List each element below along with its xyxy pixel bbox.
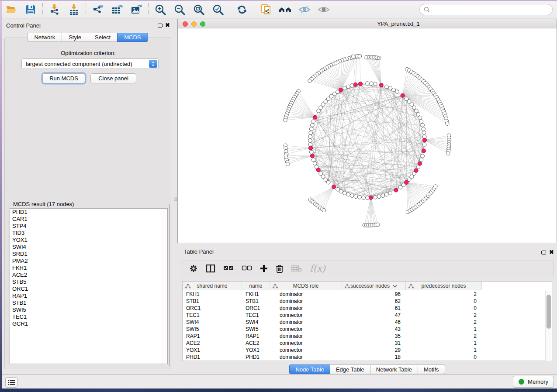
function-builder-button[interactable]: f(x) — [310, 263, 325, 274]
network-frame-titlebar[interactable]: YPA_prune.txt_1 — [178, 19, 557, 28]
table-row[interactable]: SWI4SWI4dominator462 — [183, 319, 552, 326]
node-table: shared namenameMCDS rolesuccessor nodes … — [182, 281, 552, 361]
tab-mcds[interactable]: MCDS — [117, 33, 148, 42]
first-neighbors-icon — [279, 4, 292, 15]
select-all-button[interactable] — [223, 265, 234, 272]
zoom-fit-button[interactable] — [192, 3, 205, 16]
table-row[interactable]: ORC1ORC1dominator610 — [183, 305, 552, 312]
mcds-result-item[interactable]: TID3 — [10, 230, 167, 237]
table-row[interactable]: TEC1TEC1connector472 — [183, 312, 552, 319]
control-panel-float-icon[interactable] — [158, 24, 163, 28]
tab-edge-table[interactable]: Edge Table — [330, 364, 370, 374]
table-panel-float-icon[interactable] — [541, 251, 546, 254]
control-panel-close-icon[interactable]: ✖ — [165, 22, 170, 28]
criterion-dropdown[interactable]: largest connected component (undirected) — [21, 58, 159, 69]
table-row[interactable]: SWI5SWI5connector431 — [183, 326, 552, 333]
tab-select[interactable]: Select — [88, 33, 117, 42]
table-scrollbar-thumb[interactable] — [547, 295, 551, 329]
mcds-result-item[interactable]: STB1 — [10, 299, 167, 306]
column-header-predecessor-nodes[interactable]: predecessor nodes — [406, 282, 482, 290]
column-header-name[interactable]: name — [242, 282, 270, 290]
cell-successor-nodes: 31 — [342, 340, 406, 346]
cell-mcds-role: dominator — [270, 298, 342, 304]
tab-node-table[interactable]: Node Table — [289, 364, 330, 374]
mcds-result-item[interactable]: RAP1 — [10, 292, 167, 299]
mcds-result-item[interactable]: TEC1 — [10, 313, 167, 320]
delete-table-button[interactable] — [291, 265, 302, 272]
mcds-result-item[interactable]: STB5 — [10, 279, 167, 285]
table-row[interactable]: YOX1YOX1connector291 — [183, 347, 552, 354]
tab-network-table[interactable]: Network Table — [370, 364, 418, 374]
show-all-button[interactable] — [317, 3, 330, 16]
mcds-result-item[interactable]: SWI4 — [10, 244, 167, 251]
mcds-result-item[interactable]: YOX1 — [10, 237, 167, 244]
mcds-result-list[interactable]: PHD1CAR1STP4TID3YOX1SWI4SRD1PMA2FKH1ACE2… — [10, 208, 168, 364]
network-view-title: YPA_prune.txt_1 — [344, 21, 453, 27]
first-neighbors-button[interactable] — [279, 3, 292, 16]
vertical-splitter[interactable] — [173, 19, 177, 374]
toolbar-separator — [42, 3, 43, 16]
function-icon: f(x) — [310, 263, 325, 274]
maximize-traffic-light[interactable] — [200, 21, 205, 27]
search-input[interactable] — [419, 4, 553, 15]
zoom-in-button[interactable] — [154, 3, 167, 16]
import-table-button[interactable] — [67, 3, 80, 16]
mcds-result-item[interactable]: GCR1 — [10, 320, 167, 327]
show-column-panel-button[interactable] — [206, 264, 215, 273]
table-panel: Table Panel ✖ — [177, 244, 557, 374]
mcds-result-item[interactable]: SWI5 — [10, 306, 167, 313]
table-scrollbar[interactable] — [545, 291, 551, 361]
zoom-out-button[interactable] — [173, 3, 186, 16]
mcds-list-scrollbar[interactable] — [161, 209, 166, 364]
mcds-result-item[interactable]: STP4 — [10, 223, 167, 230]
memory-button[interactable]: Memory — [513, 376, 554, 388]
cell-successor-nodes: 61 — [342, 305, 406, 311]
column-header-successor-nodes[interactable]: successor nodes — [342, 282, 406, 290]
status-menu-button[interactable] — [5, 377, 17, 388]
toolbar-separator — [86, 3, 86, 16]
mcds-result-item[interactable]: CAR1 — [10, 216, 167, 223]
cell-name: ACE2 — [242, 340, 270, 346]
tab-style[interactable]: Style — [62, 33, 88, 42]
import-network-button[interactable] — [48, 3, 61, 16]
table-row[interactable]: FKH1FKH1dominator962 — [183, 291, 552, 298]
mcds-result-item[interactable]: SRD1 — [10, 251, 167, 258]
deselect-all-button[interactable] — [242, 265, 252, 272]
cell-mcds-role: connector — [270, 312, 342, 318]
run-mcds-button[interactable]: Run MCDS — [42, 73, 85, 83]
table-row[interactable]: PHD1PHD1dominator180 — [183, 354, 552, 361]
table-panel-close-icon[interactable]: ✖ — [549, 249, 554, 255]
new-network-from-selection-button[interactable] — [259, 3, 273, 16]
table-row[interactable]: RAP1RAP1dominator352 — [183, 333, 552, 340]
close-panel-button[interactable]: Close panel — [90, 73, 136, 83]
table-settings-button[interactable] — [189, 264, 198, 273]
close-traffic-light[interactable] — [183, 21, 188, 27]
tab-motifs[interactable]: Motifs — [418, 364, 445, 374]
export-network-button[interactable] — [91, 3, 104, 16]
splitter-handle[interactable] — [174, 197, 177, 201]
table-row[interactable]: STB1STB1dominator620 — [183, 298, 552, 305]
zoom-selected-button[interactable] — [211, 3, 225, 16]
cell-shared-name: PHD1 — [183, 354, 242, 360]
mcds-result-item[interactable]: PHD1 — [10, 209, 167, 216]
column-header-MCDS-role[interactable]: MCDS role — [270, 282, 342, 290]
mcds-result-item[interactable]: FKH1 — [10, 265, 167, 272]
mcds-result-item[interactable]: PMA2 — [10, 258, 167, 265]
tab-network[interactable]: Network — [27, 33, 62, 42]
delete-column-button[interactable] — [276, 264, 284, 273]
hide-selected-button[interactable] — [298, 3, 311, 16]
mcds-result-item[interactable]: ACE2 — [10, 272, 167, 279]
save-session-button[interactable] — [24, 3, 37, 16]
minimize-traffic-light[interactable] — [191, 21, 197, 27]
plus-icon — [260, 265, 268, 272]
open-file-button[interactable] — [5, 3, 18, 16]
refresh-button[interactable] — [235, 3, 249, 16]
mcds-result-item[interactable]: ORC1 — [10, 285, 167, 292]
network-canvas[interactable] — [178, 28, 557, 243]
table-row[interactable]: ACE2ACE2connector311 — [183, 340, 552, 347]
export-image-button[interactable] — [130, 3, 143, 16]
column-header-shared-name[interactable]: shared name — [183, 282, 242, 290]
cell-name: FKH1 — [242, 291, 270, 297]
add-column-button[interactable] — [260, 265, 268, 272]
export-table-button[interactable] — [111, 3, 124, 16]
